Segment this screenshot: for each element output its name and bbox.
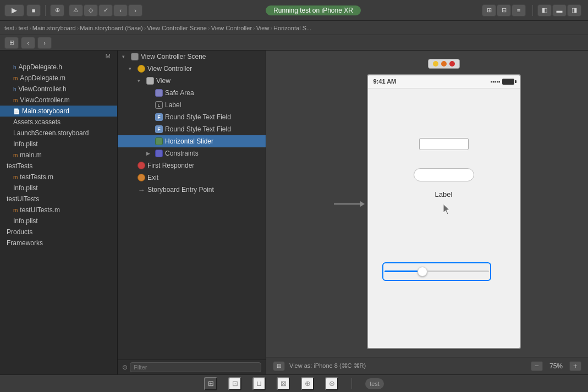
fit-button[interactable]: ⊞ bbox=[273, 361, 285, 371]
iphone-time: 9:41 AM bbox=[373, 78, 397, 85]
sidebar-item-testtestsm[interactable]: m testTests.m bbox=[0, 172, 117, 183]
sidebar-item-infoplist[interactable]: Info.plist bbox=[0, 139, 117, 150]
debug-area[interactable]: ▬ bbox=[552, 4, 567, 16]
breadcrumb-test1[interactable]: test bbox=[4, 25, 14, 31]
view-assistant[interactable]: ⊟ bbox=[497, 4, 511, 16]
tab-outline[interactable]: ⊞ bbox=[204, 377, 217, 390]
tab-history[interactable]: ⊡ bbox=[228, 377, 241, 390]
sidebar-item-viewcontroller-h[interactable]: h ViewController.h bbox=[0, 84, 117, 95]
tree-item-label[interactable]: L Label bbox=[118, 99, 266, 111]
slider-thumb[interactable] bbox=[417, 267, 427, 277]
tree-item-entrypoint[interactable]: → Storyboard Entry Point bbox=[118, 184, 266, 196]
file-icon: h bbox=[13, 64, 17, 70]
view-standard[interactable]: ⊞ bbox=[482, 4, 496, 16]
tree-item-slider[interactable]: Horizontal Slider bbox=[118, 135, 266, 147]
tab-breakpoints[interactable]: ⊔ bbox=[252, 377, 266, 390]
breadcrumb-view[interactable]: View bbox=[256, 25, 270, 31]
breadcrumb-test2[interactable]: test bbox=[18, 25, 28, 31]
sidebar-item-infoplist2[interactable]: Info.plist bbox=[0, 183, 117, 194]
sidebar-item-assets[interactable]: Assets.xcassets bbox=[0, 117, 117, 128]
canvas-content[interactable]: 9:41 AM ▪▪▪▪▪ bbox=[266, 51, 588, 357]
label-icon: L bbox=[155, 101, 163, 109]
tree-item-view[interactable]: ▾ View bbox=[118, 75, 266, 87]
sidebar-item-appdelegate-m[interactable]: m AppDelegate.m bbox=[0, 73, 117, 84]
ui-label: Label bbox=[435, 190, 453, 198]
tree-label-safearea: Safe Area bbox=[165, 89, 194, 97]
add-editor[interactable]: ⊞ bbox=[4, 37, 19, 49]
breakpoints-button[interactable]: ⊕ bbox=[50, 4, 64, 16]
slider-icon bbox=[155, 137, 163, 145]
tree-label-entrypoint: Storyboard Entry Point bbox=[147, 186, 214, 194]
status-text: Running test on iPhone XR bbox=[266, 5, 361, 15]
breadcrumb-slider[interactable]: Horizontal S... bbox=[273, 25, 311, 31]
tree-item-textfield2[interactable]: F Round Style Text Field bbox=[118, 123, 266, 135]
zoom-minus[interactable]: − bbox=[531, 361, 543, 371]
filter-input[interactable] bbox=[130, 362, 261, 372]
breadcrumb-bar: test › test › Main.storyboard › Main.sto… bbox=[0, 21, 588, 35]
warn-button[interactable]: ⚠ bbox=[69, 4, 83, 16]
scene-icon bbox=[131, 53, 139, 60]
tab-more[interactable]: ⊛ bbox=[325, 377, 338, 390]
sidebar-item-testuitests-group[interactable]: testUITests bbox=[0, 194, 117, 205]
sidebar-item-testtests-group[interactable]: testTests bbox=[0, 161, 117, 172]
slider-track-empty bbox=[427, 270, 489, 272]
file-icon: m bbox=[13, 75, 18, 81]
tree-item-firstresponder[interactable]: First Responder bbox=[118, 159, 266, 172]
tree-label-view: View bbox=[156, 77, 171, 85]
iphone-status-bar: 9:41 AM ▪▪▪▪▪ bbox=[368, 75, 520, 89]
sidebar-item-viewcontroller-m[interactable]: m ViewController.m bbox=[0, 95, 117, 106]
tree-item-safearea[interactable]: Safe Area bbox=[118, 87, 266, 99]
sidebar-item-launchscreen[interactable]: LaunchScreen.storyboard bbox=[0, 128, 117, 139]
textfield1-icon: F bbox=[155, 113, 163, 121]
sidebar-item-infoplist3[interactable]: Info.plist bbox=[0, 216, 117, 227]
sidebar-item-m[interactable]: M bbox=[0, 51, 117, 62]
expand-icon-vc[interactable]: ▾ bbox=[129, 66, 135, 71]
expand-icon-view[interactable]: ▾ bbox=[138, 78, 144, 84]
ui-slider[interactable] bbox=[384, 264, 489, 279]
iphone-scene-wrapper: 9:41 AM ▪▪▪▪▪ bbox=[367, 59, 521, 349]
hide-navigator[interactable]: ◧ bbox=[537, 4, 552, 16]
hide-inspector[interactable]: ◨ bbox=[567, 4, 581, 16]
prev-btn[interactable]: ‹ bbox=[21, 37, 35, 49]
tree-label-label: Label bbox=[165, 101, 181, 109]
slider-track-filled bbox=[384, 270, 417, 272]
sidebar-item-appdelegate-h[interactable]: h AppDelegate.h bbox=[0, 62, 117, 73]
next-btn[interactable]: › bbox=[37, 37, 52, 49]
nav-prev[interactable]: ‹ bbox=[113, 4, 128, 16]
breadcrumb-mainstoryboard-base[interactable]: Main.storyboard (Base) bbox=[80, 25, 142, 31]
file-icon: m bbox=[13, 174, 18, 180]
run-button[interactable]: ▶ bbox=[4, 4, 24, 16]
expand-icon-constraints[interactable]: ▶ bbox=[146, 151, 153, 156]
zoom-plus[interactable]: + bbox=[569, 361, 581, 371]
file-navigator: M h AppDelegate.h m AppDelegate.m h View… bbox=[0, 51, 118, 374]
tree-item-textfield1[interactable]: F Round Style Text Field bbox=[118, 111, 266, 123]
tree-item-vc[interactable]: ▾ View Controller bbox=[118, 63, 266, 75]
dot-yellow bbox=[433, 61, 438, 67]
exit-icon bbox=[138, 174, 145, 181]
tree-item-vc-scene[interactable]: ▾ View Controller Scene bbox=[118, 51, 266, 63]
breadcrumb-mainstoryboard[interactable]: Main.storyboard bbox=[32, 25, 76, 31]
sidebar-item-testuitestsm[interactable]: m testUITests.m bbox=[0, 205, 117, 216]
issue-button[interactable]: ◇ bbox=[84, 4, 98, 16]
textfield-2-round[interactable] bbox=[414, 168, 474, 181]
battery-icon bbox=[502, 79, 514, 85]
textfield-1[interactable] bbox=[419, 138, 469, 150]
stop-button[interactable]: ■ bbox=[26, 4, 41, 16]
tab-report[interactable]: ⊠ bbox=[277, 377, 290, 390]
test-button[interactable]: ✓ bbox=[98, 4, 113, 16]
expand-icon[interactable]: ▾ bbox=[122, 54, 129, 59]
tree-label-constraints: Constraints bbox=[165, 150, 199, 157]
nav-next[interactable]: › bbox=[128, 4, 142, 16]
tree-item-constraints[interactable]: ▶ Constraints bbox=[118, 147, 266, 159]
view-version[interactable]: ≡ bbox=[512, 4, 526, 16]
breadcrumb-vc-scene[interactable]: View Controller Scene bbox=[147, 25, 207, 31]
sidebar-item-mainstoryboard[interactable]: 📄 Main.storyboard bbox=[0, 106, 117, 117]
sidebar-item-mainm[interactable]: m main.m bbox=[0, 150, 117, 161]
zoom-level: 75% bbox=[547, 362, 565, 370]
iphone-body: Label bbox=[368, 89, 520, 348]
sidebar-item-products[interactable]: Products bbox=[0, 227, 117, 238]
tab-settings[interactable]: ⊕ bbox=[301, 377, 314, 390]
sidebar-item-frameworks[interactable]: Frameworks bbox=[0, 238, 117, 249]
breadcrumb-vc[interactable]: View Controller bbox=[211, 25, 252, 31]
tree-item-exit[interactable]: Exit bbox=[118, 172, 266, 184]
